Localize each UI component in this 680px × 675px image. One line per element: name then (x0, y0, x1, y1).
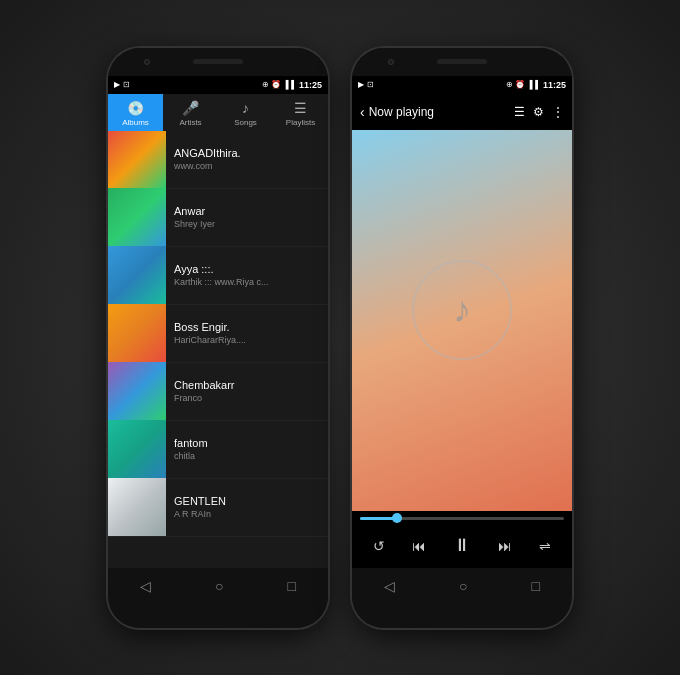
song-thumb-5 (108, 420, 166, 478)
song-item-1[interactable]: Anwar Shrey Iyer (108, 189, 328, 247)
song-artist-4: Franco (174, 393, 320, 403)
song-info-6: GENTLEN A R RAIn (166, 495, 328, 519)
home-button-left[interactable]: ○ (205, 574, 233, 598)
song-item-2[interactable]: Ayya :::. Karthik ::: www.Riya c... (108, 247, 328, 305)
song-info-3: Boss Engir. HariChararRiya.... (166, 321, 328, 345)
alarm-icon-r: ⏰ (515, 80, 525, 89)
recents-button-left[interactable]: □ (278, 574, 306, 598)
song-item-0[interactable]: ANGADIthira. www.com (108, 131, 328, 189)
songs-label: Songs (234, 118, 257, 127)
song-item-6[interactable]: GENTLEN A R RAIn (108, 479, 328, 537)
album-art-circle: ♪ (412, 260, 512, 360)
shuffle-button[interactable]: ⇌ (539, 538, 551, 554)
home-button-right[interactable]: ○ (449, 574, 477, 598)
progress-bar[interactable] (360, 517, 564, 520)
more-icon[interactable]: ⋮ (552, 105, 564, 119)
camera-right (388, 59, 394, 65)
playlists-label: Playlists (286, 118, 315, 127)
play-status-icon: ▶ (114, 80, 120, 89)
prev-button[interactable]: ⏮ (412, 538, 426, 554)
status-time-right: 11:25 (543, 80, 566, 90)
status-right-right: ⊕ ⏰ ▐▐ 11:25 (506, 80, 566, 90)
recents-button-right[interactable]: □ (522, 574, 550, 598)
song-artist-0: www.com (174, 161, 320, 171)
speaker-left (193, 59, 243, 64)
player-controls: ↺ ⏮ ⏸ ⏭ ⇌ (352, 524, 572, 568)
playlists-icon: ☰ (294, 100, 307, 116)
song-title-4: Chembakarr (174, 379, 320, 391)
song-thumb-6 (108, 478, 166, 536)
status-icons-right-left: ▶ ⊡ (358, 80, 374, 89)
status-right-left: ⊕ ⏰ ▐▐ 11:25 (262, 80, 322, 90)
song-info-0: ANGADIthira. www.com (166, 147, 328, 171)
list-icon[interactable]: ☰ (514, 105, 525, 119)
right-phone: ▶ ⊡ ⊕ ⏰ ▐▐ 11:25 ‹ Now playing ☰ ⚙ ⋮ ♪ (352, 48, 572, 628)
song-title-0: ANGADIthira. (174, 147, 320, 159)
song-thumb-3 (108, 304, 166, 362)
camera-left (144, 59, 150, 65)
signal-icon-r: ▐▐ (527, 80, 538, 89)
songs-icon: ♪ (242, 100, 249, 116)
status-bar-left: ▶ ⊡ ⊕ ⏰ ▐▐ 11:25 (108, 76, 328, 94)
player-progress-area (352, 511, 572, 524)
sq-status-icon-r: ⊡ (367, 80, 374, 89)
song-info-5: fantom chitla (166, 437, 328, 461)
status-icons-left: ▶ ⊡ (114, 80, 130, 89)
song-thumb-2 (108, 246, 166, 304)
song-thumb-1 (108, 188, 166, 246)
song-title-3: Boss Engir. (174, 321, 320, 333)
song-title-6: GENTLEN (174, 495, 320, 507)
bottom-nav-right: ◁ ○ □ (352, 568, 572, 604)
song-item-3[interactable]: Boss Engir. HariChararRiya.... (108, 305, 328, 363)
song-thumb-0 (108, 131, 166, 189)
speaker-right (437, 59, 487, 64)
song-title-2: Ayya :::. (174, 263, 320, 275)
phone-top-left (108, 48, 328, 76)
signal-icon: ▐▐ (283, 80, 294, 89)
player-header-icons: ☰ ⚙ ⋮ (514, 105, 564, 119)
play-status-icon-r: ▶ (358, 80, 364, 89)
phone-bottom-left (108, 604, 328, 628)
song-info-2: Ayya :::. Karthik ::: www.Riya c... (166, 263, 328, 287)
progress-thumb (392, 513, 402, 523)
artists-icon: 🎤 (182, 100, 199, 116)
tab-playlists[interactable]: ☰ Playlists (273, 94, 328, 131)
albums-label: Albums (122, 118, 149, 127)
song-artist-2: Karthik ::: www.Riya c... (174, 277, 320, 287)
song-info-4: Chembakarr Franco (166, 379, 328, 403)
tab-artists[interactable]: 🎤 Artists (163, 94, 218, 131)
albums-icon: 💿 (127, 100, 144, 116)
back-button-left[interactable]: ◁ (130, 574, 161, 598)
song-list: ANGADIthira. www.com Anwar Shrey Iyer Ay… (108, 131, 328, 568)
next-button[interactable]: ⏭ (498, 538, 512, 554)
song-info-1: Anwar Shrey Iyer (166, 205, 328, 229)
sq-status-icon: ⊡ (123, 80, 130, 89)
repeat-button[interactable]: ↺ (373, 538, 385, 554)
tab-albums[interactable]: 💿 Albums (108, 94, 163, 131)
song-artist-6: A R RAIn (174, 509, 320, 519)
song-title-1: Anwar (174, 205, 320, 217)
progress-fill (360, 517, 397, 520)
back-button-player[interactable]: ‹ (360, 104, 365, 120)
phone-bottom-right (352, 604, 572, 628)
back-button-right[interactable]: ◁ (374, 574, 405, 598)
song-item-4[interactable]: Chembakarr Franco (108, 363, 328, 421)
right-screen: ▶ ⊡ ⊕ ⏰ ▐▐ 11:25 ‹ Now playing ☰ ⚙ ⋮ ♪ (352, 76, 572, 604)
now-playing-title: Now playing (369, 105, 514, 119)
song-artist-1: Shrey Iyer (174, 219, 320, 229)
player-header: ‹ Now playing ☰ ⚙ ⋮ (352, 94, 572, 130)
song-artist-3: HariChararRiya.... (174, 335, 320, 345)
left-screen: ▶ ⊡ ⊕ ⏰ ▐▐ 11:25 💿 Albums 🎤 Artists ♪ (108, 76, 328, 604)
alarm-icon: ⏰ (271, 80, 281, 89)
song-artist-5: chitla (174, 451, 320, 461)
pause-button[interactable]: ⏸ (453, 535, 471, 556)
alert-icon: ⊕ (262, 80, 269, 89)
status-bar-right: ▶ ⊡ ⊕ ⏰ ▐▐ 11:25 (352, 76, 572, 94)
equalizer-icon[interactable]: ⚙ (533, 105, 544, 119)
album-art: ♪ (352, 130, 572, 511)
alert-icon-r: ⊕ (506, 80, 513, 89)
tab-songs[interactable]: ♪ Songs (218, 94, 273, 131)
song-item-5[interactable]: fantom chitla (108, 421, 328, 479)
bottom-nav-left: ◁ ○ □ (108, 568, 328, 604)
left-phone: ▶ ⊡ ⊕ ⏰ ▐▐ 11:25 💿 Albums 🎤 Artists ♪ (108, 48, 328, 628)
